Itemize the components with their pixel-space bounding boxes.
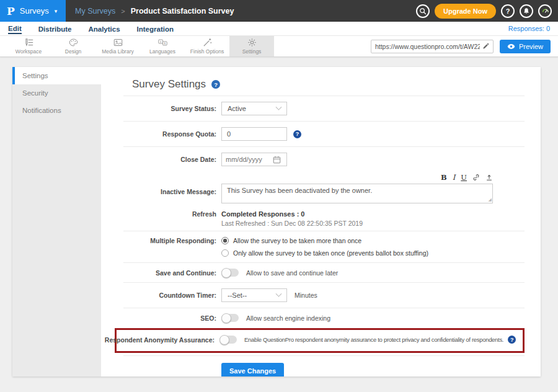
- settings-card: Settings Security Notifications Survey S…: [12, 67, 541, 376]
- countdown-timer-select[interactable]: --Set--: [221, 288, 287, 302]
- anonymity-text: Enable QuestionPro respondent anonymity …: [244, 336, 503, 343]
- search-button[interactable]: [416, 4, 430, 18]
- bell-icon: [523, 7, 530, 15]
- survey-url-box[interactable]: https://www.questionpro.com/t/AW22Zf4yf: [371, 40, 494, 53]
- search-icon: [419, 7, 427, 15]
- survey-status-label: Survey Status:: [170, 105, 216, 112]
- edit-url-pencil-icon[interactable]: [482, 43, 489, 50]
- close-date-row: Close Date:: [123, 147, 525, 172]
- toolbar-right: https://www.questionpro.com/t/AW22Zf4yf …: [371, 36, 558, 56]
- preview-button[interactable]: Preview: [500, 40, 551, 53]
- app-menu-label: Surveys: [20, 6, 49, 16]
- seo-label: SEO:: [200, 314, 216, 322]
- survey-settings-help-icon[interactable]: ?: [211, 80, 220, 89]
- last-refreshed: Last Refreshed : Sun Dec 08 22:50:35 PST…: [221, 220, 363, 227]
- help-button[interactable]: ?: [501, 4, 515, 18]
- countdown-timer-value: --Set--: [228, 292, 247, 299]
- upgrade-now-button[interactable]: Upgrade Now: [435, 4, 496, 19]
- gauge-icon: [541, 7, 549, 15]
- chevron-down-icon: ▾: [55, 8, 58, 14]
- completed-responses: Completed Responses : 0: [221, 210, 363, 218]
- countdown-timer-row: Countdown Timer: --Set-- Minutes: [123, 283, 525, 308]
- inactive-message-label: Inactive Message:: [161, 188, 216, 195]
- tab-settings[interactable]: Settings: [229, 36, 274, 56]
- tab-finish-options[interactable]: Finish Options: [185, 36, 229, 56]
- sidebar-item-notifications[interactable]: Notifications: [12, 102, 101, 119]
- tab-workspace[interactable]: Workspace: [6, 36, 51, 56]
- tab-languages[interactable]: x A Languages: [140, 36, 185, 56]
- notifications-button[interactable]: [520, 4, 533, 18]
- response-quota-row: Response Quota: ?: [123, 122, 525, 146]
- tab-label: Workspace: [16, 48, 42, 55]
- multiple-responding-row: Multiple Responding: Allow the survey to…: [123, 231, 525, 262]
- anonymity-highlight-box: Respondent Anonymity Assurance: Enable Q…: [115, 328, 525, 353]
- save-and-continue-label: Save and Continue:: [156, 269, 216, 277]
- italic-button[interactable]: I: [453, 173, 456, 182]
- edit-toolbar-tabs: Workspace Design Media Library x: [0, 36, 274, 56]
- responses-count[interactable]: Responses: 0: [508, 25, 550, 32]
- tab-design[interactable]: Design: [51, 36, 95, 56]
- eye-icon: [507, 43, 515, 50]
- anonymity-label: Respondent Anonymity Assurance:: [105, 336, 215, 344]
- tab-label: Settings: [242, 48, 262, 55]
- survey-url: https://www.questionpro.com/t/AW22Zf4yf: [375, 43, 480, 50]
- survey-status-value: Active: [228, 105, 246, 112]
- image-icon: [113, 38, 123, 47]
- close-date-field[interactable]: [221, 153, 287, 166]
- anonymity-row: Respondent Anonymity Assurance: Enable Q…: [122, 336, 520, 344]
- preview-label: Preview: [519, 43, 543, 50]
- bold-button[interactable]: B: [441, 173, 447, 182]
- rich-text-toolbar: B I U: [441, 173, 493, 182]
- underline-button[interactable]: U: [461, 173, 467, 182]
- sidebar-item-security[interactable]: Security: [12, 84, 101, 102]
- anonymity-help-icon[interactable]: ?: [508, 336, 516, 344]
- response-quota-help-icon[interactable]: ?: [293, 130, 301, 138]
- refresh-row: Refresh Completed Responses : 0 Last Ref…: [123, 209, 525, 231]
- account-dashboard-button[interactable]: [538, 4, 552, 18]
- close-date-input[interactable]: [226, 156, 270, 163]
- sidebar-item-settings[interactable]: Settings: [12, 67, 101, 84]
- nav-item-edit[interactable]: Edit: [8, 23, 22, 34]
- radio-allow-multiple[interactable]: [221, 237, 229, 244]
- seo-row: SEO: Allow search engine indexing: [123, 308, 525, 324]
- close-date-label: Close Date:: [180, 156, 216, 163]
- radio-only-once[interactable]: [221, 249, 229, 257]
- nav-item-analytics[interactable]: Analytics: [88, 24, 120, 33]
- calendar-icon[interactable]: [273, 156, 281, 164]
- inactive-message-row: Inactive Message: B I U This Survey has …: [123, 172, 525, 209]
- save-changes-button[interactable]: Save Changes: [221, 363, 284, 376]
- tab-label: Design: [65, 48, 81, 55]
- tab-label: Media Library: [102, 48, 134, 55]
- survey-status-row: Survey Status: Active: [123, 96, 525, 121]
- seo-toggle[interactable]: [221, 314, 239, 322]
- topbar-actions: Upgrade Now ?: [416, 0, 558, 22]
- gear-icon: [247, 38, 257, 47]
- tab-label: Languages: [149, 48, 175, 55]
- seo-text: Allow search engine indexing: [246, 314, 330, 322]
- workspace-icon: [24, 38, 33, 47]
- link-icon[interactable]: [472, 174, 480, 181]
- nav-item-distribute[interactable]: Distribute: [38, 24, 72, 33]
- save-and-continue-toggle[interactable]: [221, 269, 239, 277]
- tab-media-library[interactable]: Media Library: [95, 36, 140, 56]
- inactive-message-textarea[interactable]: This Survey has been deactivated by the …: [221, 184, 493, 203]
- magic-wand-icon: [203, 38, 212, 47]
- anonymity-toggle[interactable]: [219, 336, 237, 344]
- settings-content: Survey Settings ? Survey Status: Active …: [101, 67, 541, 376]
- survey-status-select[interactable]: Active: [221, 102, 287, 115]
- upload-image-icon[interactable]: [485, 174, 493, 181]
- response-quota-input[interactable]: [221, 127, 287, 141]
- questionpro-logo: P: [7, 5, 15, 17]
- save-and-continue-text: Allow to save and continue later: [246, 269, 338, 277]
- question-mark-icon: ?: [506, 7, 510, 15]
- breadcrumb: My Surveys > Product Satisfaction Survey: [66, 0, 234, 22]
- nav-item-integration[interactable]: Integration: [137, 24, 174, 33]
- radio-allow-multiple-label: Allow the survey to be taken more than o…: [233, 237, 361, 244]
- chevron-down-icon: [276, 104, 282, 110]
- breadcrumb-my-surveys[interactable]: My Surveys: [75, 7, 115, 16]
- app-menu-surveys[interactable]: P Surveys ▾: [0, 0, 66, 22]
- countdown-timer-suffix: Minutes: [294, 292, 317, 299]
- chevron-down-icon: [276, 290, 282, 296]
- refresh-link[interactable]: Refresh: [192, 210, 216, 218]
- settings-sidebar: Settings Security Notifications: [12, 67, 101, 376]
